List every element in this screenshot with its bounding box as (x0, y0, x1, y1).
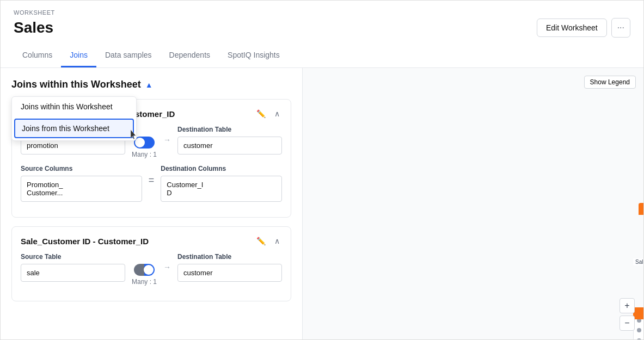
edit-join-1-button[interactable]: ✏️ (254, 108, 268, 119)
zoom-out-button[interactable]: − (620, 316, 635, 331)
dest-table-label-1: Destination Table (177, 126, 282, 133)
tab-dependents[interactable]: Dependents (161, 46, 219, 67)
join-card-1-dest-col: Destination Table customer (177, 126, 282, 154)
edit-join-2-button[interactable]: ✏️ (254, 236, 268, 246)
worksheet-label: WORKSHEET (14, 9, 630, 16)
dropdown-item-within[interactable]: Joins within this Worksheet (12, 97, 136, 116)
join-card-2-title: Sale_Customer ID - Customer_ID (21, 237, 149, 246)
right-panel: Show Legend (303, 68, 643, 339)
diagram-svg (303, 68, 643, 339)
zoom-in-button[interactable]: + (620, 298, 635, 313)
equals-sign-1: = (149, 165, 155, 186)
joins-header: Joins within this Worksheet ▲ Joins with… (11, 79, 291, 90)
join-card-1-columns-row: Source Columns Promotion_ Customer... = … (21, 165, 282, 202)
dest-table-value-2: customer (177, 264, 282, 282)
join-card-2-actions: ✏️ ∧ (254, 236, 282, 246)
main-content: Joins within this Worksheet ▲ Joins with… (1, 68, 643, 339)
join-card-2-source-row: Source Table sale Many : 1 → Destination… (21, 253, 282, 286)
edit-worksheet-button[interactable]: Edit Worksheet (537, 18, 607, 37)
source-table-value-2: sale (21, 264, 125, 282)
join-type-toggle-1[interactable] (134, 137, 155, 149)
join-type-toggle-2[interactable] (134, 264, 155, 276)
dest-column-value-1: Customer_I D (161, 176, 282, 202)
join-card-2-header: Sale_Customer ID - Customer_ID ✏️ ∧ (21, 236, 282, 246)
more-icon: ··· (617, 23, 624, 33)
left-panel: Joins within this Worksheet ▲ Joins with… (1, 68, 303, 339)
join-card-1-src-columns: Source Columns Promotion_ Customer... (21, 165, 142, 202)
dropdown-item-from[interactable]: Joins from this Worksheet (14, 119, 134, 138)
join-label-sc: Sale_Customer ID - Customer_ID (633, 258, 643, 265)
node-customer: customer ▲ Customer_ID (639, 203, 643, 215)
join-card-2-middle: Many : 1 (132, 253, 157, 286)
source-table-label-2: Source Table (21, 253, 125, 261)
cardinality-2: Many : 1 (132, 278, 157, 286)
joins-dropdown-arrow[interactable]: ▲ (145, 81, 153, 89)
joins-title: Joins within this Worksheet (11, 79, 141, 90)
header-actions: Edit Worksheet ··· (537, 18, 630, 38)
join-card-1-dest-columns: Destination Columns Customer_I D (161, 165, 282, 202)
tab-joins[interactable]: Joins (61, 46, 96, 67)
join-card-2: Sale_Customer ID - Customer_ID ✏️ ∧ Sour… (11, 226, 291, 301)
dest-table-label-2: Destination Table (177, 253, 282, 261)
collapse-join-1-button[interactable]: ∧ (272, 108, 282, 119)
tab-spotiq[interactable]: SpotIQ Insights (219, 46, 289, 67)
join-card-2-dest-col: Destination Table customer (177, 253, 282, 282)
joins-dropdown-menu: Joins within this Worksheet Joins from t… (11, 96, 137, 141)
app-container: WORKSHEET Sales Edit Worksheet ··· Colum… (0, 0, 644, 340)
src-column-value-1: Promotion_ Customer... (21, 176, 142, 202)
collapse-join-2-button[interactable]: ∧ (272, 236, 282, 246)
more-options-button[interactable]: ··· (611, 18, 630, 38)
zoom-controls: + − (620, 298, 635, 331)
tab-columns[interactable]: Columns (14, 46, 61, 67)
src-columns-label-1: Source Columns (21, 165, 142, 172)
join-card-2-source-col: Source Table sale (21, 253, 125, 282)
page-title: Sales (14, 19, 53, 36)
tabs: Columns Joins Data samples Dependents Sp… (14, 46, 630, 67)
join-card-1-actions: ✏️ ∧ (254, 108, 282, 119)
header-top: Sales Edit Worksheet ··· (14, 18, 630, 38)
header: WORKSHEET Sales Edit Worksheet ··· Colum… (1, 1, 643, 68)
cardinality-1: Many : 1 (132, 151, 157, 158)
tab-data-samples[interactable]: Data samples (96, 46, 161, 67)
dest-table-value-1: customer (177, 137, 282, 154)
dest-columns-label-1: Destination Columns (161, 165, 282, 172)
